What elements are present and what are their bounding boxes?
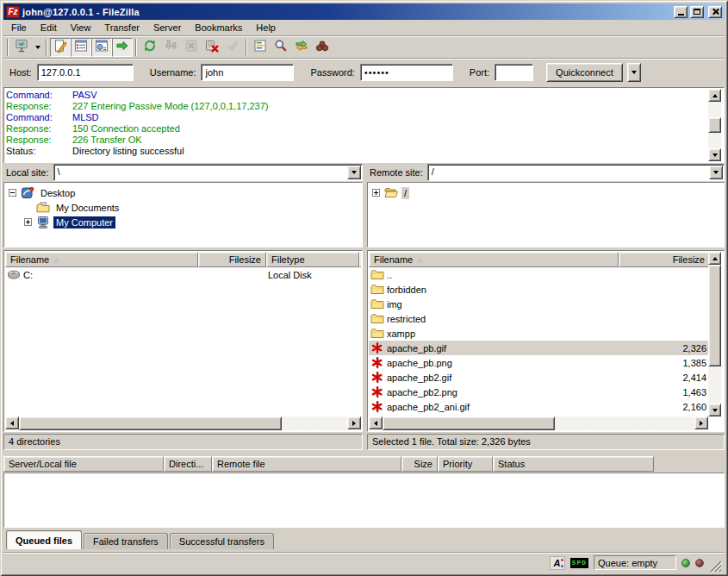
toggle-remote-tree-icon bbox=[95, 39, 109, 55]
toggle-local-tree-button[interactable] bbox=[71, 38, 91, 57]
host-input[interactable] bbox=[37, 64, 134, 81]
remote-vertical-scrollbar[interactable] bbox=[708, 252, 723, 416]
scrollbar-thumb[interactable] bbox=[19, 416, 282, 430]
tree-item[interactable]: My Computer bbox=[4, 215, 362, 229]
file-row[interactable]: restricted bbox=[369, 311, 708, 326]
tab-queued-files[interactable]: Queued files bbox=[6, 530, 82, 549]
file-row[interactable]: .. bbox=[369, 267, 708, 282]
file-row[interactable]: apache_pb2.gif2,414 bbox=[369, 370, 708, 385]
transfer-type-icon[interactable]: A bbox=[550, 556, 565, 570]
scrollbar-thumb[interactable] bbox=[383, 416, 555, 430]
scroll-down-button[interactable] bbox=[708, 148, 721, 161]
file-row[interactable]: xampp bbox=[369, 326, 708, 341]
scroll-down-button[interactable] bbox=[708, 404, 721, 416]
column-header-filesize[interactable]: Filesize bbox=[198, 252, 266, 267]
menu-bookmarks[interactable]: Bookmarks bbox=[188, 21, 249, 34]
close-button[interactable] bbox=[708, 6, 722, 18]
column-header-status[interactable]: Status bbox=[493, 456, 654, 472]
scrollbar-thumb[interactable] bbox=[708, 117, 721, 133]
scroll-up-button[interactable] bbox=[708, 89, 721, 102]
transfer-queue-body[interactable] bbox=[3, 473, 725, 528]
cancel-operation-button[interactable] bbox=[181, 38, 202, 57]
resize-grip-icon[interactable] bbox=[709, 560, 722, 573]
file-name-cell: xampp bbox=[369, 326, 619, 341]
column-header-filename[interactable]: Filename bbox=[369, 252, 619, 267]
file-row[interactable]: apache_pb.gif2,326 bbox=[369, 341, 708, 355]
disconnect-button[interactable] bbox=[202, 38, 222, 57]
column-header-remote-file[interactable]: Remote file bbox=[212, 456, 401, 472]
menu-edit[interactable]: Edit bbox=[34, 21, 64, 34]
refresh-button[interactable] bbox=[140, 38, 160, 57]
tree-item[interactable]: / bbox=[368, 185, 724, 200]
collapse-icon[interactable] bbox=[9, 189, 16, 197]
menu-server[interactable]: Server bbox=[146, 21, 188, 34]
site-manager-dropdown-button[interactable] bbox=[32, 38, 43, 57]
find-files-button[interactable] bbox=[271, 38, 291, 57]
scroll-right-button[interactable] bbox=[694, 416, 708, 429]
log-line-text: Directory listing successful bbox=[72, 146, 184, 157]
file-row[interactable]: apache_pb2_ani.gif2,160 bbox=[369, 399, 708, 414]
quickconnect-button[interactable]: Quickconnect bbox=[546, 63, 623, 82]
maximize-button[interactable] bbox=[690, 6, 704, 18]
password-input[interactable] bbox=[360, 64, 453, 81]
tree-item[interactable]: My Documents bbox=[4, 200, 362, 215]
remote-horizontal-scrollbar[interactable] bbox=[369, 416, 708, 430]
menu-help[interactable]: Help bbox=[249, 21, 283, 34]
column-header-server-local-file[interactable]: Server/Local file bbox=[3, 456, 164, 472]
local-horizontal-scrollbar[interactable] bbox=[5, 416, 361, 430]
site-manager-button[interactable] bbox=[11, 38, 32, 57]
column-header-size[interactable]: Size bbox=[401, 456, 438, 472]
log-vertical-scrollbar[interactable] bbox=[708, 89, 723, 161]
username-input[interactable] bbox=[201, 64, 294, 81]
file-row[interactable]: apache_pb.png1,385 bbox=[369, 355, 708, 370]
speed-limit-icon[interactable]: SPD bbox=[570, 558, 588, 568]
file-row[interactable]: img bbox=[369, 297, 708, 311]
port-input[interactable] bbox=[495, 64, 533, 81]
local-site-combobox[interactable]: \ bbox=[53, 164, 363, 181]
column-header-priority[interactable]: Priority bbox=[438, 456, 493, 472]
synchronized-browsing-button[interactable] bbox=[291, 38, 312, 57]
file-row[interactable]: forbidden bbox=[369, 282, 708, 297]
column-header-filename[interactable]: Filename bbox=[5, 252, 198, 267]
scrollbar-track[interactable] bbox=[383, 416, 694, 430]
local-site-dropdown-button[interactable] bbox=[347, 166, 361, 179]
filter-button[interactable] bbox=[250, 38, 271, 57]
reconnect-button[interactable] bbox=[222, 38, 243, 57]
column-header-filetype[interactable]: Filetype bbox=[266, 252, 359, 267]
tree-item[interactable]: Desktop bbox=[4, 185, 362, 200]
scroll-right-button[interactable] bbox=[347, 416, 361, 429]
scroll-left-button[interactable] bbox=[369, 416, 383, 429]
directory-comparison-button[interactable] bbox=[312, 38, 333, 57]
file-name: apache_pb2_ani.gif bbox=[387, 402, 470, 412]
toggle-transfer-queue-button[interactable] bbox=[112, 38, 133, 57]
file-row[interactable]: C:Local Disk bbox=[5, 267, 361, 282]
image-icon bbox=[370, 385, 384, 399]
toggle-remote-tree-button[interactable] bbox=[91, 38, 112, 57]
quickconnect-dropdown-button[interactable] bbox=[627, 63, 641, 82]
log-line: Status:Directory listing successful bbox=[6, 146, 706, 157]
tab-successful-transfers[interactable]: Successful transfers bbox=[170, 533, 274, 549]
scroll-left-button[interactable] bbox=[5, 416, 19, 429]
file-name-cell: apache_pb2_ani.gif bbox=[369, 399, 619, 414]
menu-file[interactable]: File bbox=[4, 21, 34, 34]
remote-site-dropdown-button[interactable] bbox=[709, 166, 723, 179]
expand-icon[interactable] bbox=[24, 218, 32, 226]
menu-transfer[interactable]: Transfer bbox=[97, 21, 146, 34]
toggle-message-log-button[interactable] bbox=[50, 38, 71, 57]
tab-failed-transfers[interactable]: Failed transfers bbox=[84, 533, 168, 549]
remote-site-combobox[interactable]: / bbox=[427, 164, 725, 181]
menu-bar: FileEditViewTransferServerBookmarksHelp bbox=[3, 20, 725, 35]
expand-icon[interactable] bbox=[372, 189, 380, 197]
arrow-left-icon bbox=[10, 421, 14, 426]
menu-view[interactable]: View bbox=[64, 21, 98, 34]
column-header-l[interactable]: L bbox=[359, 252, 361, 267]
minimize-button[interactable] bbox=[674, 6, 688, 18]
scroll-up-button[interactable] bbox=[708, 252, 721, 265]
title-bar[interactable]: Fz john@127.0.0.1 - FileZilla bbox=[3, 3, 725, 20]
process-queue-button[interactable] bbox=[160, 38, 181, 57]
file-row[interactable]: apache_pb2.png1,463 bbox=[369, 385, 708, 399]
scrollbar-thumb[interactable] bbox=[708, 265, 721, 366]
scrollbar-track[interactable] bbox=[19, 416, 347, 430]
column-header-filesize[interactable]: Filesize bbox=[619, 252, 708, 267]
column-header-directi-[interactable]: Directi... bbox=[164, 456, 212, 472]
